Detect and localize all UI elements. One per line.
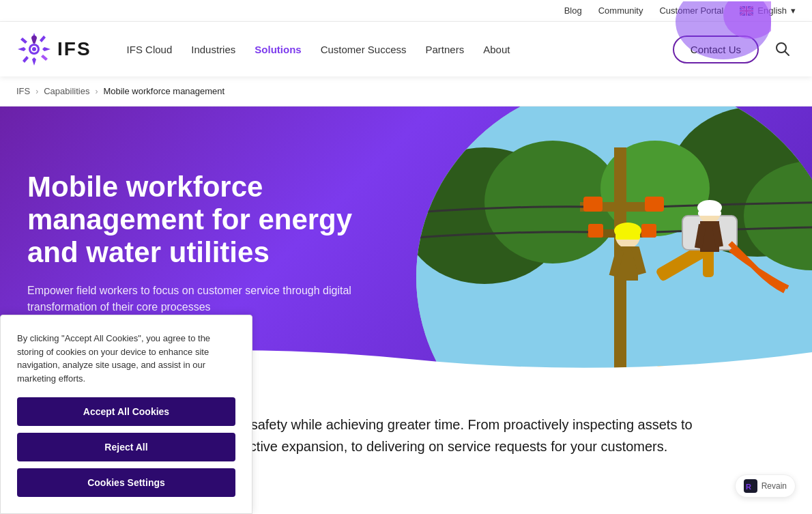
logo-text: IFS [57, 38, 91, 60]
svg-point-5 [32, 47, 36, 51]
breadcrumb-current: Mobile workforce management [103, 86, 224, 96]
logo-link[interactable]: IFS [16, 31, 91, 67]
cookie-banner: By clicking "Accept All Cookies", you ag… [0, 315, 252, 485]
nav-solutions[interactable]: Solutions [246, 38, 309, 61]
nav-right: Contact Us [673, 35, 796, 63]
hero-subtitle: Empower field workers to focus on custom… [27, 283, 368, 315]
search-icon [775, 42, 790, 57]
svg-rect-35 [698, 211, 721, 216]
language-label: English [757, 5, 787, 16]
blog-link[interactable]: Blog [564, 5, 582, 16]
nav-links: IFS Cloud Industries Solutions Customer … [119, 38, 673, 61]
reject-cookies-button[interactable]: Reject All [17, 433, 235, 461]
nav-ifs-cloud[interactable]: IFS Cloud [119, 38, 181, 61]
nav-industries[interactable]: Industries [183, 38, 244, 61]
ifs-logo-sunburst [16, 31, 52, 67]
flag-icon [740, 6, 753, 16]
svg-rect-19 [588, 224, 603, 238]
nav-about[interactable]: About [475, 38, 518, 61]
nav-partners[interactable]: Partners [418, 38, 473, 61]
svg-rect-17 [583, 197, 603, 212]
hero-title: Mobile workforce management for energy a… [27, 171, 368, 270]
svg-text:R: R [746, 483, 751, 485]
breadcrumb-separator-2: › [95, 87, 98, 96]
main-nav: IFS IFS Cloud Industries Solutions Custo… [0, 22, 812, 76]
nav-customer-success[interactable]: Customer Success [313, 38, 415, 61]
breadcrumb-capabilities[interactable]: Capabilities [44, 86, 89, 96]
search-button[interactable] [770, 36, 796, 62]
breadcrumb-separator-1: › [35, 87, 38, 96]
cookies-settings-button[interactable]: Cookies Settings [17, 468, 235, 485]
top-bar: Blog Community Customer Portal English ▾ [0, 0, 812, 22]
customer-portal-link[interactable]: Customer Portal [659, 5, 723, 16]
revain-label: Revain [762, 481, 787, 485]
accept-cookies-button[interactable]: Accept All Cookies [17, 397, 235, 426]
breadcrumb-ifs[interactable]: IFS [16, 86, 30, 96]
contact-us-button[interactable]: Contact Us [673, 35, 759, 63]
svg-rect-29 [615, 234, 640, 240]
svg-rect-18 [645, 197, 664, 212]
svg-line-7 [785, 51, 789, 55]
chevron-down-icon: ▾ [791, 5, 796, 16]
svg-rect-20 [641, 224, 656, 238]
breadcrumb: IFS › Capabilities › Mobile workforce ma… [0, 76, 812, 106]
revain-icon: R [744, 479, 757, 485]
cookie-description: By clicking "Accept All Cookies", you ag… [17, 332, 235, 385]
community-link[interactable]: Community [598, 5, 643, 16]
revain-badge: R Revain [735, 474, 796, 485]
language-selector[interactable]: English ▾ [740, 5, 796, 16]
